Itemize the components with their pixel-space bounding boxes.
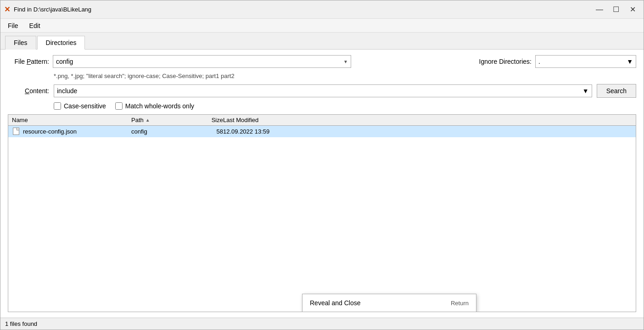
file-pattern-row: File Pattern: config ▼ Ignore Directorie…: [8, 55, 636, 68]
status-bar: 1 files found: [0, 318, 644, 330]
column-name[interactable]: Name: [12, 117, 131, 123]
tab-files[interactable]: Files: [5, 36, 36, 50]
file-list-body: resource-config.json config 58 12.09.202…: [8, 126, 636, 312]
context-menu: Reveal and Close Return Reveal View F3 E…: [302, 294, 476, 312]
ignore-directories-group: Ignore Directories: . ▼: [479, 55, 636, 68]
tab-bar: Files Directories: [0, 33, 644, 50]
match-whole-words-checkbox[interactable]: [115, 102, 123, 110]
window-controls: — ☐ ✕: [592, 3, 640, 16]
file-pattern-label: File Pattern:: [8, 58, 49, 65]
close-button[interactable]: ✕: [625, 3, 640, 16]
menu-file[interactable]: File: [2, 20, 24, 31]
match-whole-words-checkbox-group[interactable]: Match whole-words only: [115, 102, 194, 110]
file-pattern-arrow: ▼: [343, 59, 348, 64]
hint-text: *.png, *.jpg; "literal search"; ignore-c…: [8, 73, 636, 79]
ignore-directories-input[interactable]: . ▼: [535, 55, 636, 68]
context-menu-reveal-and-close[interactable]: Reveal and Close Return: [302, 296, 476, 310]
file-list-container: Name Path ▲ Size Last Modified resource-…: [8, 114, 636, 312]
content-arrow: ▼: [582, 87, 589, 95]
file-pattern-group: File Pattern: config ▼: [8, 55, 476, 68]
main-window: ✕ Find in D:\src\java\BLikeLang — ☐ ✕ Fi…: [0, 0, 644, 330]
case-sensitive-checkbox-group[interactable]: Case-sensitive: [54, 102, 106, 110]
path-sort-arrow: ▲: [146, 117, 150, 123]
content-input[interactable]: include ▼: [54, 84, 592, 97]
ignore-directories-label: Ignore Directories:: [479, 58, 532, 65]
table-row[interactable]: resource-config.json config 58 12.09.202…: [8, 126, 636, 137]
context-menu-reveal[interactable]: Reveal: [302, 310, 476, 312]
ignore-directories-value: .: [538, 58, 540, 65]
file-pattern-input[interactable]: config ▼: [53, 55, 351, 68]
match-whole-words-label: Match whole-words only: [125, 102, 194, 110]
column-path[interactable]: Path ▲: [131, 117, 186, 123]
file-row-modified: 12.09.2022 13:59: [223, 128, 632, 135]
menu-bar: File Edit: [0, 19, 644, 33]
reveal-and-close-shortcut: Return: [451, 300, 469, 307]
menu-edit[interactable]: Edit: [24, 20, 46, 31]
content-label: Content:: [8, 87, 49, 95]
case-sensitive-label: Case-sensitive: [64, 102, 106, 110]
case-sensitive-checkbox[interactable]: [54, 102, 61, 110]
reveal-and-close-label: Reveal and Close: [310, 299, 361, 307]
minimize-button[interactable]: —: [592, 3, 607, 16]
content-row: Content: include ▼ Search: [8, 84, 636, 98]
file-pattern-value: config: [56, 58, 73, 65]
file-list-header: Name Path ▲ Size Last Modified: [8, 115, 636, 126]
checkbox-row: Case-sensitive Match whole-words only: [8, 102, 636, 110]
column-size[interactable]: Size: [186, 117, 223, 123]
window-title: Find in D:\src\java\BLikeLang: [14, 6, 592, 13]
title-bar: ✕ Find in D:\src\java\BLikeLang — ☐ ✕: [0, 0, 644, 19]
file-icon: [12, 127, 20, 135]
app-icon: ✕: [4, 5, 10, 14]
content-area: File Pattern: config ▼ Ignore Directorie…: [0, 50, 644, 318]
maximize-button[interactable]: ☐: [609, 3, 623, 16]
search-button[interactable]: Search: [597, 84, 636, 98]
status-text: 1 files found: [5, 320, 37, 327]
file-row-path: config: [131, 128, 186, 135]
tab-directories[interactable]: Directories: [37, 36, 85, 50]
file-row-name: resource-config.json: [12, 127, 131, 135]
column-modified[interactable]: Last Modified: [223, 117, 632, 123]
file-row-size: 58: [186, 128, 223, 135]
ignore-directories-arrow: ▼: [627, 58, 633, 65]
content-value: include: [57, 87, 77, 95]
